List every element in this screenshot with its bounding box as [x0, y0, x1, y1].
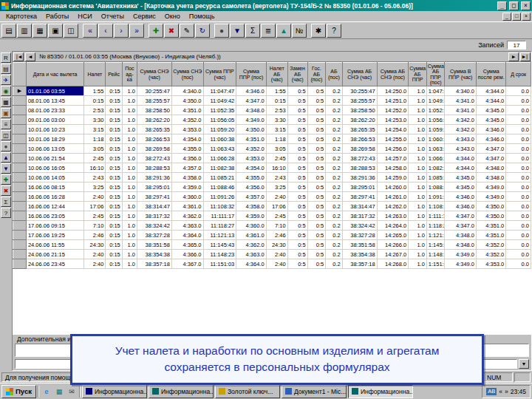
help-icon[interactable]: ?: [327, 24, 341, 38]
table-row[interactable]: 10.01.06 18:291:180:151.038:266:534:354.…: [13, 134, 531, 144]
grid-cell[interactable]: 0:5: [287, 96, 307, 106]
grid-cell[interactable]: 1.0: [409, 183, 427, 192]
menu-item-Отчеты[interactable]: Отчеты: [97, 12, 129, 21]
grid-cell[interactable]: 38:354:38: [137, 250, 171, 259]
taskbar-button[interactable]: Информационна...: [82, 385, 147, 398]
grid-cell[interactable]: 38:262:20: [342, 115, 377, 125]
grid-cell[interactable]: 4:348.0: [445, 240, 477, 250]
grid-cell[interactable]: 4:349.0: [445, 259, 477, 269]
help-tool-icon[interactable]: ?: [1, 208, 11, 218]
grid-cell[interactable]: 4:359.0: [236, 211, 266, 221]
grid-cell[interactable]: 0:5: [287, 211, 307, 221]
grid-cell[interactable]: 4:364.0: [171, 231, 203, 240]
grid-cell[interactable]: 38:255:57: [342, 96, 377, 106]
search-tool-icon[interactable]: ●: [1, 141, 11, 151]
engines-tool-icon[interactable]: ◉: [1, 86, 11, 96]
row-selector[interactable]: [13, 96, 27, 106]
grid-cell[interactable]: 4:350.0: [171, 96, 203, 106]
grid-cell[interactable]: 0.0: [506, 144, 531, 154]
child-minimize-icon[interactable]: _: [502, 13, 511, 21]
list-tool-icon[interactable]: ≡: [1, 119, 11, 129]
grid-column-header[interactable]: Сумма СНЭ (час): [137, 63, 171, 86]
table-row[interactable]: 10.06.06 13:053:050:151.038:269:584:355.…: [13, 144, 531, 154]
grid-cell[interactable]: 1.0: [122, 134, 137, 144]
grid-cell[interactable]: 1.0: [409, 86, 427, 96]
grid-cell[interactable]: 1.0: [122, 183, 137, 192]
grid-cell[interactable]: 1:121:13: [426, 231, 445, 240]
grid-cell[interactable]: 0:5: [307, 259, 326, 269]
grid-cell[interactable]: 0.0: [506, 154, 531, 163]
grid-cell[interactable]: 0.0: [506, 125, 531, 134]
row-selector[interactable]: [13, 154, 27, 163]
row-selector[interactable]: [13, 173, 27, 183]
table-row[interactable]: 16.06.06 08:153:250:151.038:295:014:359.…: [13, 183, 531, 192]
grid-cell[interactable]: 1:060:38: [426, 134, 445, 144]
table-row[interactable]: 08.01.06 13:450:150:151.038:255:574:350.…: [13, 96, 531, 106]
grid-column-header[interactable]: АБ (пос): [326, 63, 342, 86]
grid-cell[interactable]: 0:5: [307, 240, 326, 250]
show-desktop-icon[interactable]: ▦: [53, 386, 65, 398]
grid-cell[interactable]: 4:348.0: [236, 106, 266, 115]
grid-column-header[interactable]: Рейс: [106, 63, 122, 86]
grid-cell[interactable]: 11:047:47: [203, 86, 236, 96]
table-row[interactable]: 16.06.06 23:052:450:151.038:317:324:362.…: [13, 211, 531, 221]
grid-cell[interactable]: 1:052:35: [426, 106, 445, 115]
grid-cell[interactable]: 4:340.0: [171, 86, 203, 96]
grid-cell[interactable]: 0:5: [287, 221, 307, 231]
grid-cell[interactable]: 11:118:27: [203, 221, 236, 231]
grid-cell[interactable]: 0:5: [287, 144, 307, 154]
grid-cell[interactable]: 4:361.0: [236, 231, 266, 240]
grid-cell[interactable]: 1:059:20: [426, 125, 445, 134]
grid-cell[interactable]: 0.0: [506, 173, 531, 183]
grid-cell[interactable]: 4:346.0: [445, 192, 477, 202]
grid-cell[interactable]: 4:345.0: [476, 106, 505, 115]
grid-cell[interactable]: 3:25: [266, 183, 287, 192]
grid-cell[interactable]: 4:351.0: [171, 106, 203, 115]
grid-cell[interactable]: 38:317:32: [137, 211, 171, 221]
grid-cell[interactable]: 2:40: [266, 250, 287, 259]
grid-cell[interactable]: 2:45: [84, 211, 106, 221]
table-row[interactable]: 10.06.06 14:052:430:151.038:291:364:358.…: [13, 173, 531, 183]
grid-cell[interactable]: 0:5: [287, 115, 307, 125]
table-row[interactable]: 17.06.06 19:252:460:151.038:327:284:364.…: [13, 231, 531, 240]
grid-cell[interactable]: 0:5: [307, 106, 326, 115]
grid-cell[interactable]: 1.0: [122, 202, 137, 211]
grid-cell[interactable]: 38:317:32: [342, 211, 377, 221]
grid-cell[interactable]: 0:5: [307, 86, 326, 96]
grid-cell[interactable]: 14:257.0: [377, 154, 409, 163]
grid-cell[interactable]: 2:43: [266, 173, 287, 183]
grid-next-icon[interactable]: ▶: [508, 52, 519, 61]
grid-cell[interactable]: 0:15: [84, 96, 106, 106]
grid-cell[interactable]: 4:346.0: [476, 134, 505, 144]
table-row[interactable]: 08.01.06 23:332:530:151.038:258:504:351.…: [13, 106, 531, 115]
grid-cell[interactable]: 0:5: [287, 106, 307, 115]
grid-cell[interactable]: 4:350.0: [476, 211, 505, 221]
grid-cell[interactable]: 38:357:18: [342, 259, 377, 269]
grid-cell[interactable]: 1.0: [122, 240, 137, 250]
grid-cell[interactable]: 0:5: [287, 86, 307, 96]
grid-cell[interactable]: 0:15: [106, 144, 122, 154]
grid-cell[interactable]: 0:5: [307, 211, 326, 221]
grid-prev-icon[interactable]: ◀: [25, 52, 35, 61]
grid-cell[interactable]: 10.06.06 21:54: [26, 154, 83, 163]
grid-cell[interactable]: 0.2: [326, 192, 342, 202]
grid-cell[interactable]: 38:258:50: [342, 106, 377, 115]
grid-cell[interactable]: 38:297:41: [342, 192, 377, 202]
grid-column-header[interactable]: Дата и час вылета: [26, 63, 83, 86]
grid-cell[interactable]: 0:15: [106, 259, 122, 269]
chart-icon[interactable]: ▲: [276, 24, 291, 38]
grid-cell[interactable]: 4:363.0: [171, 221, 203, 231]
grid-cell[interactable]: 0:5: [287, 231, 307, 240]
grid-cell[interactable]: 0.0: [506, 86, 531, 96]
grid-cell[interactable]: 1.0: [409, 106, 427, 115]
grid-cell[interactable]: 0.2: [326, 259, 342, 269]
grid-cell[interactable]: 14:253.0: [377, 115, 409, 125]
grid-cell[interactable]: 0.2: [326, 183, 342, 192]
row-selector[interactable]: [13, 115, 27, 125]
grid-cell[interactable]: 1.0: [122, 96, 137, 106]
card-save-icon[interactable]: ▦: [33, 24, 47, 38]
grid-cell[interactable]: 2:40: [84, 250, 106, 259]
grid-cell[interactable]: 2:46: [266, 231, 287, 240]
grid-cell[interactable]: 1:088:46: [426, 183, 445, 192]
grid-cell[interactable]: 38:288:53: [137, 163, 171, 173]
